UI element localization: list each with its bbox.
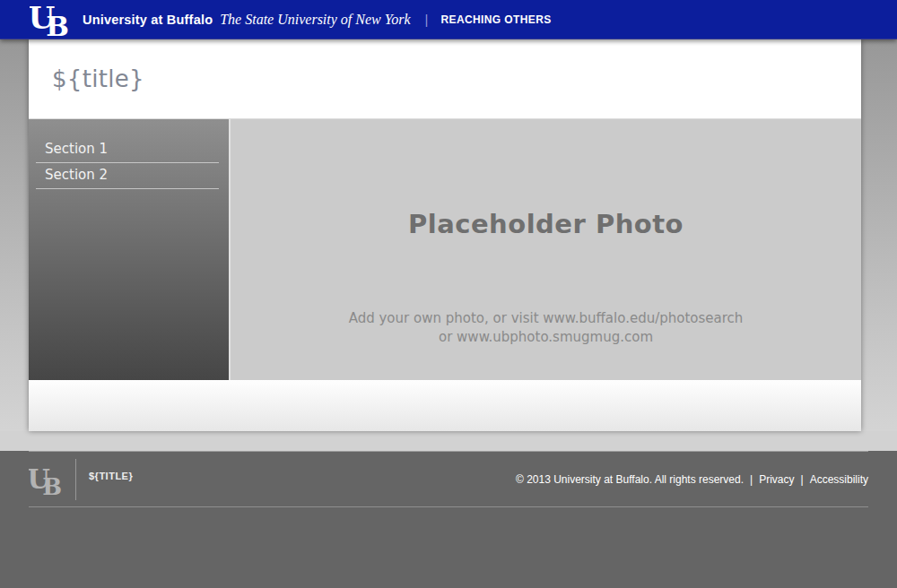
page-background: ${title} Section 1 Section 2 Placeholder… (0, 39, 897, 431)
university-wordmark[interactable]: University at Buffalo (83, 13, 213, 27)
sidebar-item-section-1[interactable]: Section 1 (36, 137, 219, 163)
sidebar-nav: Section 1 Section 2 (29, 119, 229, 380)
footer-bottom-rule (29, 506, 868, 507)
footer-copyright: © 2013 University at Buffalo. All rights… (516, 473, 744, 486)
footer-ub-logo-letter-b: B (42, 473, 62, 498)
footer-legal-separator-2: | (801, 473, 804, 486)
ub-logo-letter-b: B (46, 10, 69, 37)
sidebar-item-section-2[interactable]: Section 2 (36, 163, 219, 189)
footer-ub-logo-icon[interactable]: U B (29, 464, 66, 498)
masthead: U B University at Buffalo The State Univ… (0, 0, 897, 39)
content-row: Section 1 Section 2 Placeholder Photo Ad… (29, 119, 861, 380)
placeholder-photo: Placeholder Photo Add your own photo, or… (231, 119, 861, 380)
photo-caption-line2: or www.ubphoto.smugmug.com (439, 329, 653, 345)
reaching-others-link[interactable]: REACHING OTHERS (440, 13, 551, 26)
privacy-link[interactable]: Privacy (759, 473, 794, 486)
masthead-separator: | (425, 12, 429, 27)
footer-site-title[interactable]: ${TITLE} (89, 471, 133, 481)
accessibility-link[interactable]: Accessibility (810, 473, 868, 486)
page-title: ${title} (52, 65, 144, 92)
footer-legal: © 2013 University at Buffalo. All rights… (516, 473, 868, 486)
photo-caption: Add your own photo, or visit www.buffalo… (231, 309, 861, 347)
university-tagline: The State University of New York (220, 12, 410, 28)
footer-legal-separator-1: | (750, 473, 753, 486)
content-card: ${title} Section 1 Section 2 Placeholder… (29, 39, 861, 431)
site-footer: U B ${TITLE} © 2013 University at Buffal… (0, 451, 897, 588)
title-band: ${title} (29, 39, 861, 119)
ub-logo-icon[interactable]: U B (30, 3, 74, 37)
photo-caption-line1: Add your own photo, or visit www.buffalo… (349, 310, 744, 326)
footer-vertical-rule (75, 459, 76, 500)
content-bottom-band (29, 380, 861, 431)
footer-inner: U B ${TITLE} © 2013 University at Buffal… (29, 451, 868, 507)
footer-row: U B ${TITLE} © 2013 University at Buffal… (29, 452, 868, 506)
photo-heading: Placeholder Photo (231, 209, 861, 239)
